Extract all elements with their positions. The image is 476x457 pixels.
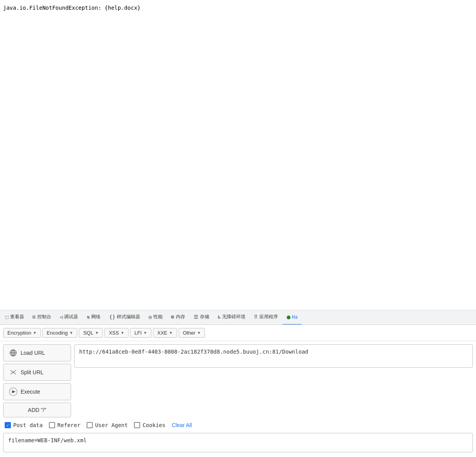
left-buttons: Load URL Split URL [3, 344, 71, 417]
tab-network-label: 网络 [91, 314, 101, 320]
other-arrow-icon: ▼ [197, 331, 201, 335]
tab-ha[interactable]: ● Ha [283, 310, 301, 325]
encoding-label: Encoding [47, 330, 68, 336]
xss-button[interactable]: XSS ▼ [104, 328, 129, 338]
tab-inspector-label: 查看器 [10, 314, 24, 320]
xxe-button[interactable]: XXE ▼ [153, 328, 177, 338]
post-data-checkbox-label[interactable]: Post data [5, 422, 43, 428]
tab-application-label: 应用程序 [259, 314, 278, 320]
svg-marker-5 [12, 390, 16, 393]
other-button[interactable]: Other ▼ [179, 328, 205, 338]
devtools-tabs: ⬚ 查看器 ⊡ 控制台 ◁ 调试器 ⇅ 网络 {} 样式编辑器 ◎ 性能 [0, 310, 476, 325]
tab-inspector[interactable]: ⬚ 查看器 [2, 310, 28, 325]
style-editor-icon: {} [109, 314, 115, 320]
sql-arrow-icon: ▼ [95, 331, 99, 335]
tab-memory-label: 内存 [176, 314, 185, 320]
memory-icon: ⊞ [171, 314, 174, 320]
tab-debugger-label: 调试器 [64, 314, 78, 320]
main-content: java.io.FileNotFoundException: {help.doc… [0, 0, 476, 457]
tab-style-editor-label: 样式编辑器 [117, 314, 140, 320]
clear-all-button[interactable]: Clear All [172, 422, 192, 428]
tab-application[interactable]: ⠿ 应用程序 [250, 310, 282, 325]
load-url-icon [9, 349, 17, 357]
storage-icon: ☰ [194, 314, 198, 320]
encryption-button[interactable]: Encryption ▼ [3, 328, 41, 338]
cookies-checkbox[interactable] [134, 422, 140, 428]
tab-accessibility-label: 无障碍环境 [222, 314, 245, 320]
tab-storage[interactable]: ☰ 存储 [190, 310, 213, 325]
cookies-checkbox-label[interactable]: Cookies [134, 422, 165, 428]
post-data-checkbox[interactable] [5, 422, 11, 428]
bottom-bar: ⬚ 查看器 ⊡ 控制台 ◁ 调试器 ⇅ 网络 {} 样式编辑器 ◎ 性能 [0, 310, 476, 457]
xss-label: XSS [109, 330, 119, 336]
user-agent-checkbox-label[interactable]: User Agent [87, 422, 128, 428]
post-data-input[interactable] [3, 433, 473, 452]
network-icon: ⇅ [87, 314, 90, 320]
tab-performance[interactable]: ◎ 性能 [145, 310, 167, 325]
other-label: Other [183, 330, 196, 336]
split-url-label: Split URL [21, 369, 43, 375]
cookies-label: Cookies [142, 422, 165, 428]
application-icon: ⠿ [254, 314, 258, 320]
ha-icon: ● [287, 313, 290, 321]
debugger-icon: ◁ [60, 314, 63, 320]
performance-icon: ◎ [149, 314, 152, 320]
add-slash-button[interactable]: ADD "/" [3, 403, 71, 417]
tab-console[interactable]: ⊡ 控制台 [29, 310, 55, 325]
interaction-area: Load URL Split URL [0, 341, 476, 417]
post-data-area [3, 433, 473, 457]
url-area [74, 344, 473, 417]
tab-console-label: 控制台 [37, 314, 51, 320]
tab-ha-label: Ha [292, 314, 297, 320]
execute-button[interactable]: Execute [3, 383, 71, 400]
tab-memory[interactable]: ⊞ 内存 [167, 310, 189, 325]
user-agent-label: User Agent [95, 422, 128, 428]
xxe-label: XXE [157, 330, 167, 336]
options-row: Post data Referer User Agent Cookies Cle… [0, 419, 476, 431]
xss-arrow-icon: ▼ [120, 331, 124, 335]
tab-accessibility[interactable]: ♿ 无障碍环境 [214, 310, 250, 325]
error-output: java.io.FileNotFoundException: {help.doc… [3, 5, 141, 11]
encoding-arrow-icon: ▼ [69, 331, 73, 335]
hack-toolbar: Encryption ▼ Encoding ▼ SQL ▼ XSS ▼ LFI … [0, 325, 476, 341]
sql-button[interactable]: SQL ▼ [79, 328, 103, 338]
sql-label: SQL [83, 330, 93, 336]
add-slash-label: ADD "/" [28, 407, 46, 413]
execute-icon [9, 387, 17, 396]
lfi-label: LFI [134, 330, 142, 336]
tab-storage-label: 存储 [200, 314, 209, 320]
tab-debugger[interactable]: ◁ 调试器 [56, 310, 82, 325]
split-url-icon [9, 368, 17, 377]
tab-style-editor[interactable]: {} 样式编辑器 [105, 310, 144, 325]
load-url-label: Load URL [21, 350, 45, 356]
accessibility-icon: ♿ [218, 314, 221, 320]
tab-network[interactable]: ⇅ 网络 [83, 310, 104, 325]
post-data-label: Post data [13, 422, 43, 428]
inspector-icon: ⬚ [5, 314, 9, 320]
referer-checkbox-label[interactable]: Referer [49, 422, 80, 428]
referer-label: Referer [57, 422, 80, 428]
lfi-arrow-icon: ▼ [143, 331, 147, 335]
load-url-button[interactable]: Load URL [3, 344, 71, 361]
user-agent-checkbox[interactable] [87, 422, 93, 428]
tab-performance-label: 性能 [153, 314, 163, 320]
encryption-label: Encryption [7, 330, 31, 336]
encoding-button[interactable]: Encoding ▼ [42, 328, 77, 338]
execute-label: Execute [21, 389, 40, 395]
console-icon: ⊡ [33, 314, 36, 320]
referer-checkbox[interactable] [49, 422, 55, 428]
url-input[interactable] [74, 344, 473, 368]
xxe-arrow-icon: ▼ [169, 331, 173, 335]
encryption-arrow-icon: ▼ [33, 331, 36, 335]
split-url-button[interactable]: Split URL [3, 364, 71, 381]
lfi-button[interactable]: LFI ▼ [130, 328, 151, 338]
